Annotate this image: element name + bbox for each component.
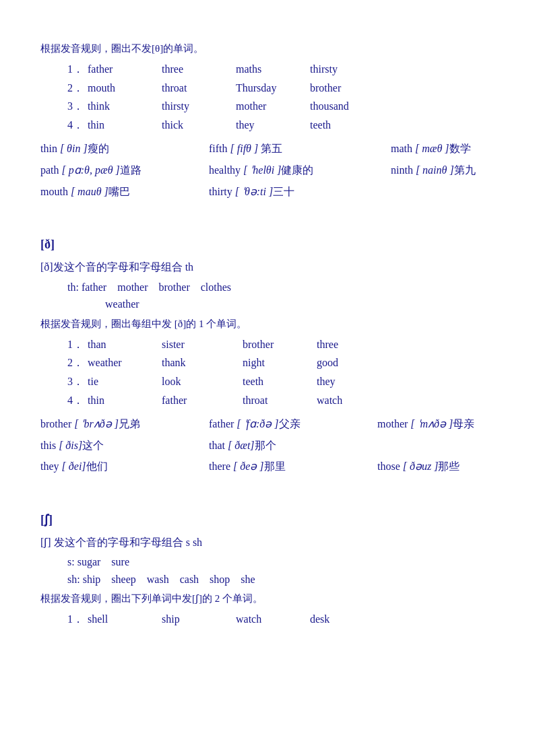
word: maths — [236, 61, 310, 78]
eth-desc: [ð]发这个音的字母和字母组合 th — [40, 259, 495, 276]
word: father — [82, 281, 106, 293]
word: throat — [162, 79, 236, 97]
eth-row-1: 1． than sister brother three — [67, 336, 495, 353]
sh-row-1: 1． shell ship watch desk — [67, 611, 495, 628]
word: than — [88, 336, 162, 353]
eth-examples-row1: th: father mother brother clothes — [67, 279, 495, 296]
theta-vocab: thin [ θin ]瘦的 fifth [ fifθ ] 第五 math [ … — [40, 140, 495, 200]
word: shell — [88, 611, 162, 628]
sh-section: [ʃ] [ʃ] 发这个音的字母和字母组合 s sh s: sugar sure … — [40, 510, 495, 628]
vocab-entry: math [ mæθ ]数学 — [391, 140, 535, 158]
word: thick — [162, 116, 236, 134]
theta-vocab-row3: mouth [ mauθ ]嘴巴 thirty [ ˈθə:ti ]三十 — [40, 183, 495, 201]
word: brother — [310, 79, 384, 97]
word: night — [243, 354, 317, 372]
word: good — [317, 354, 391, 372]
word: weather — [105, 298, 139, 310]
sh-sh-label: sh: — [67, 574, 83, 585]
eth-vocab: brother [ ˈbrʌðə ]兄弟 father [ ˈfɑ:ðə ]父亲… — [40, 415, 495, 475]
eth-vocab-row1: brother [ ˈbrʌðə ]兄弟 father [ ˈfɑ:ðə ]父亲… — [40, 415, 495, 433]
eth-section: [ð] [ð]发这个音的字母和字母组合 th th: father mother… — [40, 235, 495, 475]
theta-row-2: 2． mouth throat Thursday brother — [67, 79, 495, 97]
word: Thursday — [236, 79, 310, 97]
sh-desc: [ʃ] 发这个音的字母和字母组合 s sh — [40, 534, 495, 551]
vocab-entry: brother [ ˈbrʌðə ]兄弟 — [40, 415, 209, 433]
word: teeth — [243, 373, 317, 390]
word: three — [317, 336, 391, 353]
word: brother — [243, 336, 317, 353]
word: cash — [180, 574, 199, 585]
eth-examples-row2: weather — [105, 296, 495, 313]
word: sheep — [111, 574, 135, 585]
word: sister — [162, 336, 243, 353]
theta-vocab-row1: thin [ θin ]瘦的 fifth [ fifθ ] 第五 math [ … — [40, 140, 495, 158]
word: thin — [88, 116, 162, 134]
row-num: 1． — [67, 611, 88, 628]
word: watch — [236, 611, 310, 628]
vocab-entry: mouth [ mauθ ]嘴巴 — [40, 183, 209, 201]
page-content: 根据发音规则，圈出不发[θ]的单词。 1． father three maths… — [40, 40, 495, 628]
instruction-3: 根据发音规则，圈出下列单词中发[ʃ]的 2 个单词。 — [40, 590, 495, 607]
word: sugar — [77, 556, 101, 568]
word: tie — [88, 373, 162, 390]
vocab-entry: that [ ðæt]那个 — [209, 437, 377, 454]
eth-row-2: 2． weather thank night good — [67, 354, 495, 372]
vocab-entry: ninth [ nainθ ]第九 — [391, 162, 535, 179]
row-num: 1． — [67, 336, 88, 353]
instruction-1: 根据发音规则，圈出不发[θ]的单词。 — [40, 40, 495, 57]
word: father — [88, 61, 162, 78]
theta-row-3: 3． think thirsty mother thousand — [67, 98, 495, 115]
word: ship — [162, 611, 236, 628]
word: they — [317, 373, 391, 390]
eth-row-4: 4． thin father throat watch — [67, 392, 495, 409]
instruction-2: 根据发音规则，圈出每组中发 [ð]的 1 个单词。 — [40, 316, 495, 332]
sh-s-label: s: — [67, 556, 77, 568]
word: clothes — [201, 281, 231, 293]
word: teeth — [310, 116, 384, 134]
theta-row-1: 1． father three maths thirsty — [67, 61, 495, 78]
word: mother — [117, 281, 148, 293]
vocab-entry: there [ ðeə ]那里 — [209, 458, 377, 475]
theta-row-4: 4． thin thick they teeth — [67, 116, 495, 134]
word: ship — [83, 574, 101, 585]
vocab-entry: path [ pɑ:θ, pæθ ]道路 — [40, 162, 209, 179]
word: father — [162, 392, 243, 409]
row-num: 3． — [67, 373, 88, 390]
vocab-entry: this [ ðis]这个 — [40, 437, 209, 454]
vocab-entry: healthy [ ˈhelθi ]健康的 — [209, 162, 391, 179]
word: sure — [111, 556, 129, 568]
sh-sh-row: sh: ship sheep wash cash shop she — [67, 571, 495, 588]
word: watch — [317, 392, 391, 409]
word: she — [241, 574, 255, 585]
word: they — [236, 116, 310, 134]
row-num: 1． — [67, 61, 88, 78]
word: thirsty — [310, 61, 384, 78]
eth-row-3: 3． tie look teeth they — [67, 373, 495, 390]
word: think — [88, 98, 162, 115]
vocab-entry: thirty [ ˈθə:ti ]三十 — [209, 183, 391, 201]
sh-word-rows: 1． shell ship watch desk — [67, 611, 495, 628]
word: wash — [147, 574, 169, 585]
vocab-entry: mother [ ˈmʌðə ]母亲 — [377, 415, 526, 433]
word: thousand — [310, 98, 384, 115]
word: weather — [88, 354, 162, 372]
word: shop — [210, 574, 230, 585]
vocab-entry: they [ ðei]他们 — [40, 458, 209, 475]
vocab-entry: those [ ðəuz ]那些 — [377, 458, 526, 475]
word: mother — [236, 98, 310, 115]
theta-vocab-row2: path [ pɑ:θ, pæθ ]道路 healthy [ ˈhelθi ]健… — [40, 162, 495, 179]
theta-section: 根据发音规则，圈出不发[θ]的单词。 1． father three maths… — [40, 40, 495, 200]
theta-word-rows: 1． father three maths thirsty 2． mouth t… — [67, 61, 495, 133]
row-num: 2． — [67, 354, 88, 372]
word: throat — [243, 392, 317, 409]
row-num: 4． — [67, 116, 88, 134]
word: thank — [162, 354, 243, 372]
eth-word-rows: 1． than sister brother three 2． weather … — [67, 336, 495, 409]
vocab-entry: father [ ˈfɑ:ðə ]父亲 — [209, 415, 377, 433]
vocab-entry: fifth [ fifθ ] 第五 — [209, 140, 391, 158]
eth-vocab-row2: this [ ðis]这个 that [ ðæt]那个 — [40, 437, 495, 454]
word: desk — [310, 611, 384, 628]
sh-examples: s: sugar sure sh: ship sheep wash cash s… — [67, 553, 495, 588]
eth-examples: th: father mother brother clothes weathe… — [67, 279, 495, 313]
eth-vocab-row3: they [ ðei]他们 there [ ðeə ]那里 those [ ðə… — [40, 458, 495, 475]
